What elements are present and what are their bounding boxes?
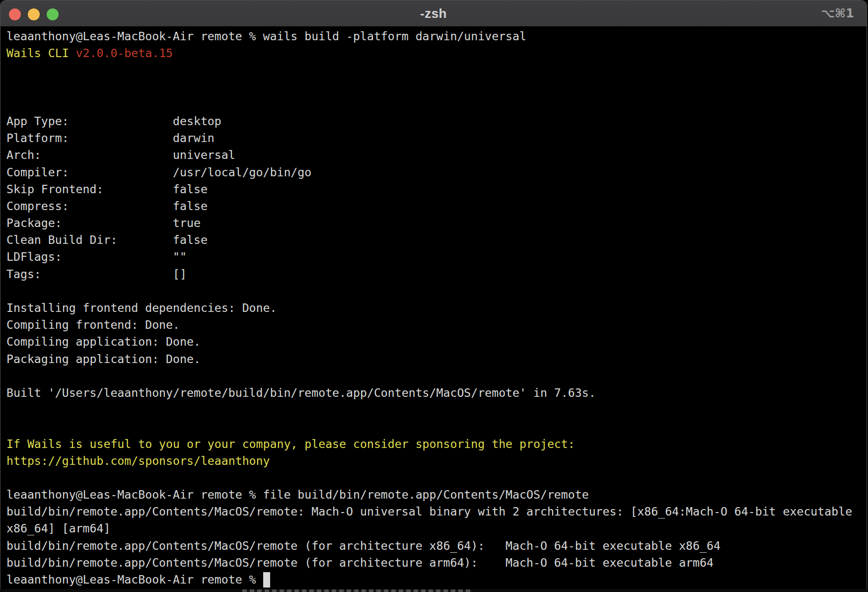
terminal-segment: Packaging application: Done. bbox=[6, 352, 201, 366]
terminal-line: Wails CLI v2.0.0-beta.15 bbox=[6, 45, 861, 62]
terminal-segment: Arch: universal bbox=[6, 148, 235, 161]
terminal-segment: build/bin/remote.app/Contents/MacOS/remo… bbox=[6, 539, 721, 552]
terminal-content[interactable]: leaanthony@Leas-MacBook-Air remote % wai… bbox=[0, 26, 867, 589]
terminal-line: Arch: universal bbox=[6, 147, 861, 163]
terminal-segment: Package: true bbox=[6, 216, 201, 229]
terminal-line: Compiling frontend: Done. bbox=[6, 316, 861, 333]
terminal-line bbox=[6, 469, 861, 486]
terminal-line: leaanthony@Leas-MacBook-Air remote % bbox=[6, 571, 861, 588]
terminal-line: Package: true bbox=[6, 215, 861, 231]
terminal-segment: If Wails is useful to you or your compan… bbox=[6, 437, 575, 450]
terminal-segment: Skip Frontend: false bbox=[6, 182, 208, 196]
window-title: -zsh bbox=[0, 0, 867, 26]
terminal-segment: Platform: darwin bbox=[6, 131, 215, 145]
terminal-line bbox=[6, 96, 861, 113]
terminal-line: App Type: desktop bbox=[6, 113, 861, 130]
terminal-segment: Wails CLI bbox=[6, 46, 76, 60]
terminal-line: Tags: [] bbox=[6, 266, 861, 283]
terminal-line: x86_64] [arm64] bbox=[6, 520, 861, 537]
terminal-line bbox=[6, 418, 861, 435]
clipped-text-marks bbox=[242, 590, 472, 592]
terminal-segment: Installing frontend dependencies: Done. bbox=[6, 301, 277, 314]
terminal-line: build/bin/remote.app/Contents/MacOS/remo… bbox=[6, 554, 861, 571]
terminal-line: https://github.com/sponsors/leaanthony bbox=[6, 452, 861, 469]
terminal-line: Clean Build Dir: false bbox=[6, 231, 861, 248]
terminal-cursor bbox=[263, 572, 270, 588]
terminal-segment: https://github.com/sponsors/leaanthony bbox=[6, 454, 270, 467]
terminal-segment: build/bin/remote.app/Contents/MacOS/remo… bbox=[6, 505, 852, 518]
terminal-line: Platform: darwin bbox=[6, 130, 861, 147]
window-titlebar[interactable]: -zsh ⌥⌘1 bbox=[0, 0, 867, 27]
terminal-segment: App Type: desktop bbox=[6, 114, 221, 128]
terminal-segment: Compiling application: Done. bbox=[6, 335, 201, 348]
terminal-line: Built '/Users/leaanthony/remote/build/bi… bbox=[6, 384, 861, 401]
terminal-segment: build/bin/remote.app/Contents/MacOS/remo… bbox=[6, 556, 714, 569]
terminal-line: build/bin/remote.app/Contents/MacOS/remo… bbox=[6, 503, 861, 520]
terminal-line bbox=[6, 368, 861, 384]
terminal-segment: Built '/Users/leaanthony/remote/build/bi… bbox=[6, 386, 596, 399]
terminal-line: Installing frontend dependencies: Done. bbox=[6, 299, 861, 316]
terminal-segment: Clean Build Dir: false bbox=[6, 233, 208, 246]
terminal-line bbox=[6, 62, 861, 78]
terminal-segment: Tags: [] bbox=[6, 267, 187, 281]
desktop-background: -zsh ⌥⌘1 leaanthony@Leas-MacBook-Air rem… bbox=[0, 0, 868, 592]
terminal-line: If Wails is useful to you or your compan… bbox=[6, 436, 861, 452]
terminal-segment: Compress: false bbox=[6, 199, 208, 213]
terminal-line: LDFlags: "" bbox=[6, 248, 861, 265]
tab-shortcut-label: ⌥⌘1 bbox=[821, 0, 854, 26]
background-window-sliver bbox=[0, 589, 868, 592]
terminal-line bbox=[6, 283, 861, 299]
terminal-line bbox=[6, 401, 861, 418]
terminal-window: -zsh ⌥⌘1 leaanthony@Leas-MacBook-Air rem… bbox=[0, 0, 867, 589]
terminal-line: Compiling application: Done. bbox=[6, 333, 861, 350]
terminal-line: Skip Frontend: false bbox=[6, 181, 861, 198]
terminal-segment: leaanthony@Leas-MacBook-Air remote % bbox=[6, 573, 263, 586]
terminal-segment: Compiling frontend: Done. bbox=[6, 318, 180, 331]
terminal-segment: LDFlags: "" bbox=[6, 250, 187, 263]
terminal-segment: x86_64] [arm64] bbox=[6, 521, 110, 535]
terminal-line: leaanthony@Leas-MacBook-Air remote % fil… bbox=[6, 486, 861, 503]
terminal-line: Packaging application: Done. bbox=[6, 351, 861, 368]
terminal-segment: Compiler: /usr/local/go/bin/go bbox=[6, 165, 311, 179]
terminal-line: leaanthony@Leas-MacBook-Air remote % wai… bbox=[6, 28, 861, 45]
terminal-segment: leaanthony@Leas-MacBook-Air remote % fil… bbox=[6, 488, 589, 501]
terminal-segment: leaanthony@Leas-MacBook-Air remote % wai… bbox=[6, 29, 526, 43]
terminal-line bbox=[6, 79, 861, 96]
terminal-line: build/bin/remote.app/Contents/MacOS/remo… bbox=[6, 537, 861, 554]
terminal-segment: v2.0.0-beta.15 bbox=[76, 46, 173, 60]
terminal-line: Compress: false bbox=[6, 198, 861, 215]
terminal-line: Compiler: /usr/local/go/bin/go bbox=[6, 164, 861, 181]
